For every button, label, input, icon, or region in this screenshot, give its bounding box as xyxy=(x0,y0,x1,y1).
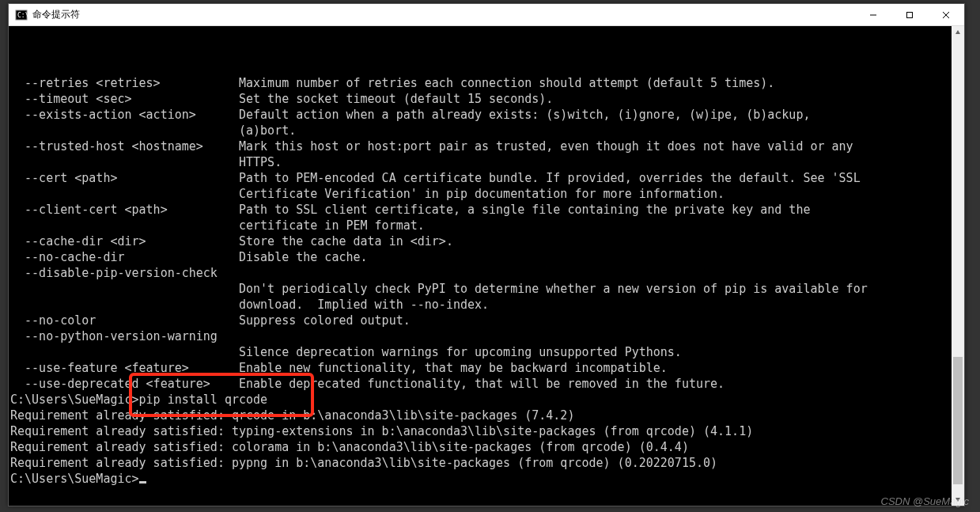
scrollbar-thumb[interactable] xyxy=(953,357,963,484)
terminal-line: --use-deprecated <feature> Enable deprec… xyxy=(9,376,964,392)
terminal-output[interactable]: --retries <retries> Maximum number of re… xyxy=(9,26,964,506)
close-button[interactable] xyxy=(928,4,964,26)
terminal-line: Requirement already satisfied: pypng in … xyxy=(9,455,964,471)
terminal-line: certificate in PEM format. xyxy=(9,218,964,233)
terminal-line: --timeout <sec> Set the socket timeout (… xyxy=(9,91,964,107)
terminal-line: Don't periodically check PyPI to determi… xyxy=(9,281,964,297)
svg-text:C:\: C:\ xyxy=(17,12,28,19)
command-prompt-window: C:\ 命令提示符 --retries <retries> Maximum nu… xyxy=(8,3,965,506)
terminal-line: --exists-action <action> Default action … xyxy=(9,107,964,123)
vertical-scrollbar[interactable] xyxy=(952,26,964,506)
terminal-line: Silence deprecation warnings for upcomin… xyxy=(9,344,964,360)
scrollbar-track[interactable] xyxy=(952,39,964,493)
terminal-line: --disable-pip-version-check xyxy=(9,265,964,281)
prompt-line: C:\Users\SueMagic> xyxy=(9,471,964,487)
terminal-line: Requirement already satisfied: colorama … xyxy=(9,439,964,455)
terminal-line: Requirement already satisfied: qrcode in… xyxy=(9,408,964,423)
titlebar[interactable]: C:\ 命令提示符 xyxy=(9,4,964,26)
terminal-line: --retries <retries> Maximum number of re… xyxy=(9,75,964,91)
terminal-line: --no-python-version-warning xyxy=(9,328,964,344)
terminal-line: download. Implied with --no-index. xyxy=(9,297,964,313)
terminal-line: --no-cache-dir Disable the cache. xyxy=(9,249,964,265)
cmd-icon: C:\ xyxy=(15,9,28,21)
svg-marker-6 xyxy=(955,30,960,34)
minimize-button[interactable] xyxy=(855,4,891,26)
svg-marker-7 xyxy=(955,498,960,502)
terminal-line: --use-feature <feature> Enable new funct… xyxy=(9,360,964,376)
svg-rect-3 xyxy=(907,12,913,17)
window-title: 命令提示符 xyxy=(32,8,80,21)
terminal-line: --trusted-host <hostname> Mark this host… xyxy=(9,138,964,154)
terminal-line: Requirement already satisfied: typing-ex… xyxy=(9,423,964,439)
command-line: C:\Users\SueMagic>pip install qrcode xyxy=(9,392,964,408)
scroll-up-button[interactable] xyxy=(952,26,964,39)
scroll-down-button[interactable] xyxy=(952,493,964,506)
cursor xyxy=(139,481,146,484)
terminal-line: Certificate Verification' in pip documen… xyxy=(9,186,964,202)
terminal-line: HTTPS. xyxy=(9,154,964,170)
terminal-line: (a)bort. xyxy=(9,123,964,138)
terminal-line: --client-cert <path> Path to SSL client … xyxy=(9,202,964,218)
maximize-button[interactable] xyxy=(891,4,928,26)
terminal-line: --cert <path> Path to PEM-encoded CA cer… xyxy=(9,170,964,186)
terminal-line: --cache-dir <dir> Store the cache data i… xyxy=(9,233,964,249)
terminal-line: --no-color Suppress colored output. xyxy=(9,313,964,328)
